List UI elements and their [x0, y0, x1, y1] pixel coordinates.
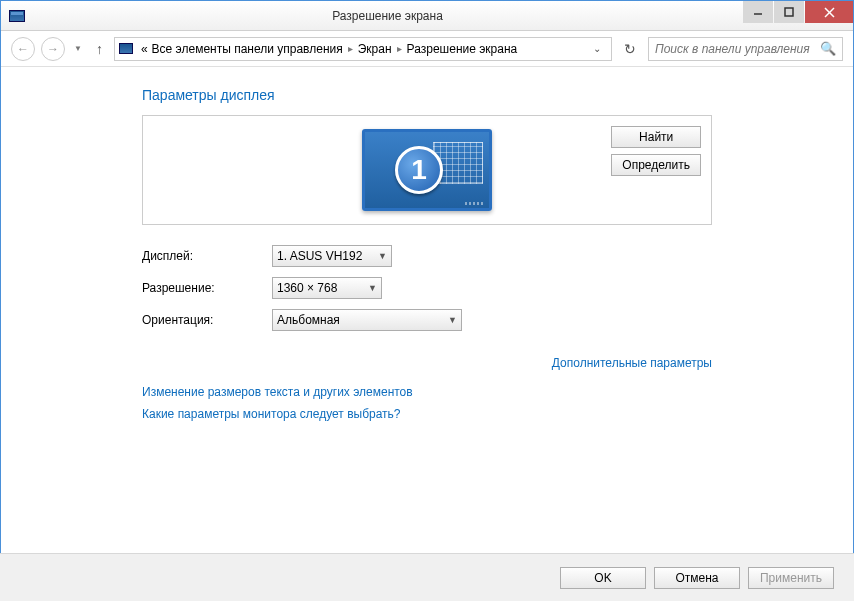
address-dropdown-icon[interactable]: ⌄ — [587, 43, 607, 54]
address-bar[interactable]: « Все элементы панели управления ▸ Экран… — [114, 37, 612, 61]
apply-button[interactable]: Применить — [748, 567, 834, 589]
maximize-button[interactable] — [774, 1, 804, 23]
cancel-button[interactable]: Отмена — [654, 567, 740, 589]
display-label: Дисплей: — [142, 249, 272, 263]
minimize-button[interactable] — [743, 1, 773, 23]
monitor-number-badge: 1 — [395, 146, 443, 194]
display-dropdown[interactable]: 1. ASUS VH192 ▼ — [272, 245, 392, 267]
resolution-label: Разрешение: — [142, 281, 272, 295]
chevron-down-icon: ▼ — [448, 315, 457, 325]
orientation-dropdown[interactable]: Альбомная ▼ — [272, 309, 462, 331]
resolution-dropdown[interactable]: 1360 × 768 ▼ — [272, 277, 382, 299]
close-button[interactable] — [805, 1, 853, 23]
chevron-down-icon: ▼ — [368, 283, 377, 293]
identify-button[interactable]: Определить — [611, 154, 701, 176]
display-row: Дисплей: 1. ASUS VH192 ▼ — [142, 245, 712, 267]
titlebar: Разрешение экрана — [1, 1, 853, 31]
chevron-right-icon[interactable]: ▸ — [394, 43, 405, 54]
search-icon[interactable]: 🔍 — [820, 41, 836, 56]
toolbar: ← → ▼ ↑ « Все элементы панели управления… — [1, 31, 853, 67]
orientation-value: Альбомная — [277, 313, 340, 327]
window-controls — [742, 1, 853, 30]
breadcrumb-prefix: « — [139, 42, 150, 56]
detect-button[interactable]: Найти — [611, 126, 701, 148]
text-size-link[interactable]: Изменение размеров текста и других элеме… — [142, 385, 712, 399]
footer-bar: OK Отмена Применить — [0, 553, 854, 601]
search-input[interactable] — [655, 42, 820, 56]
which-settings-link[interactable]: Какие параметры монитора следует выбрать… — [142, 407, 712, 421]
orientation-row: Ориентация: Альбомная ▼ — [142, 309, 712, 331]
app-icon — [9, 10, 25, 22]
history-dropdown-icon[interactable]: ▼ — [71, 44, 85, 53]
advanced-settings-link[interactable]: Дополнительные параметры — [142, 356, 712, 370]
orientation-label: Ориентация: — [142, 313, 272, 327]
page-heading: Параметры дисплея — [142, 87, 712, 103]
svg-rect-1 — [785, 8, 793, 16]
breadcrumb-item[interactable]: Разрешение экрана — [405, 42, 520, 56]
display-value: 1. ASUS VH192 — [277, 249, 362, 263]
location-icon — [119, 43, 133, 54]
help-links: Изменение размеров текста и других элеме… — [142, 385, 712, 421]
forward-button[interactable]: → — [41, 37, 65, 61]
monitor-thumbnail[interactable]: 1 — [362, 129, 492, 211]
breadcrumb-item[interactable]: Экран — [356, 42, 394, 56]
resolution-row: Разрешение: 1360 × 768 ▼ — [142, 277, 712, 299]
content-area: Параметры дисплея 1 Найти Определить Дис… — [1, 67, 853, 421]
ok-button[interactable]: OK — [560, 567, 646, 589]
refresh-button[interactable]: ↻ — [618, 37, 642, 61]
resolution-value: 1360 × 768 — [277, 281, 337, 295]
chevron-right-icon[interactable]: ▸ — [345, 43, 356, 54]
monitor-preview-box: 1 Найти Определить — [142, 115, 712, 225]
search-box[interactable]: 🔍 — [648, 37, 843, 61]
chevron-down-icon: ▼ — [378, 251, 387, 261]
up-button[interactable]: ↑ — [91, 41, 108, 57]
window-title: Разрешение экрана — [33, 9, 742, 23]
breadcrumb-item[interactable]: Все элементы панели управления — [150, 42, 345, 56]
back-button[interactable]: ← — [11, 37, 35, 61]
